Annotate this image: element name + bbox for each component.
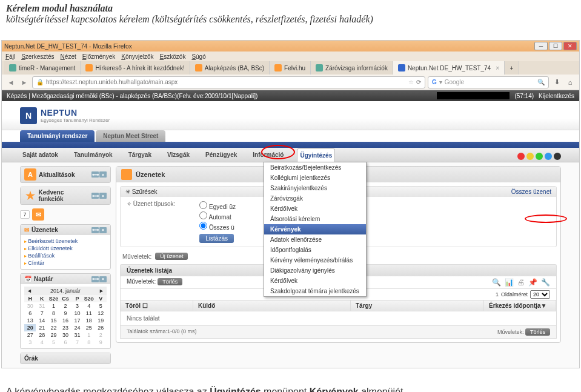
mail-icon[interactable]: ✉ bbox=[32, 208, 44, 221]
menu-bookmarks[interactable]: Könyvjelzők bbox=[121, 53, 153, 60]
minimize-button[interactable]: ─ bbox=[534, 42, 548, 50]
logout-link[interactable]: Kijelentkezés bbox=[539, 93, 574, 99]
dd-kerdoivek2[interactable]: Kérdőívek bbox=[264, 276, 366, 286]
color-dot[interactable] bbox=[545, 153, 552, 160]
cal-day[interactable]: 2 bbox=[59, 302, 71, 310]
dd-idopont[interactable]: Időpontfoglalás bbox=[264, 245, 366, 255]
back-button[interactable]: ◄ bbox=[5, 77, 16, 88]
export-xls-icon[interactable]: 📊 bbox=[505, 278, 514, 287]
pin-icon[interactable]: 📌 bbox=[528, 278, 537, 287]
dd-beiratkozas[interactable]: Beiratkozás/Bejelentkezés bbox=[264, 162, 366, 173]
cal-next-button[interactable]: ► bbox=[99, 288, 104, 294]
url-input[interactable]: 🔒 https://teszt.neptun.unideb.hu/hallgat… bbox=[32, 76, 425, 88]
cal-day[interactable]: 3 bbox=[24, 339, 36, 346]
cal-day[interactable]: 19 bbox=[95, 317, 107, 324]
checkbox-all[interactable]: ☐ bbox=[142, 302, 148, 309]
reload-icon[interactable]: ⟳ bbox=[416, 79, 421, 85]
dd-zarovizsgak[interactable]: Záróvizsgák bbox=[264, 193, 366, 204]
cal-day[interactable]: 31 bbox=[71, 331, 83, 339]
dd-szakirany[interactable]: Szakirányjelentkezés bbox=[264, 183, 366, 193]
cal-day[interactable]: 9 bbox=[95, 339, 107, 346]
browser-tab[interactable]: Záróvizsga információk bbox=[311, 61, 393, 75]
cal-day[interactable]: 16 bbox=[59, 317, 71, 324]
menu-view[interactable]: Nézet bbox=[61, 53, 76, 60]
cal-day[interactable]: 30 bbox=[24, 302, 36, 310]
radio-egyedi[interactable]: Egyedi üz bbox=[199, 201, 236, 211]
cal-day[interactable]: 6 bbox=[24, 310, 36, 317]
cal-day[interactable]: 20 bbox=[24, 324, 36, 331]
search-input[interactable]: G▾ Google 🔍 bbox=[428, 76, 549, 88]
bookmark-star-icon[interactable]: ☆ bbox=[408, 79, 414, 85]
link-beallitasok[interactable]: Beállítások bbox=[24, 252, 107, 259]
maximize-button[interactable]: ☐ bbox=[549, 42, 562, 50]
delete-button[interactable]: Törlés bbox=[158, 278, 182, 285]
color-dot[interactable] bbox=[554, 153, 561, 160]
cal-day[interactable]: 31 bbox=[36, 302, 47, 310]
search-icon[interactable]: 🔍 bbox=[537, 79, 545, 85]
menu-help[interactable]: Súgó bbox=[191, 53, 205, 60]
link-elkuldott[interactable]: Elküldött üzenetek bbox=[24, 245, 107, 252]
download-button[interactable]: ⬇ bbox=[551, 77, 562, 88]
menu-ugyintezes[interactable]: Ügyintézés bbox=[297, 148, 335, 162]
link-beerkezett[interactable]: Beérkezett üzenetek bbox=[24, 238, 107, 245]
menu-sajat-adatok[interactable]: Saját adatok bbox=[20, 148, 61, 161]
dd-szakdolgozat[interactable]: Szakdolgozat témára jelentkezés bbox=[264, 286, 366, 296]
cal-day[interactable]: 14 bbox=[36, 317, 47, 324]
menu-file[interactable]: Fájl bbox=[5, 53, 15, 60]
cal-day[interactable]: 25 bbox=[83, 324, 95, 331]
close-button[interactable]: ✕ bbox=[563, 42, 577, 50]
tab-meetstreet[interactable]: Neptun Meet Street bbox=[96, 130, 165, 142]
collapse-icon[interactable]: ⟷ bbox=[91, 193, 99, 199]
all-messages-link[interactable]: Összes üzenet bbox=[511, 188, 551, 195]
menu-tools[interactable]: Eszközök bbox=[160, 53, 186, 60]
cal-day[interactable]: 12 bbox=[95, 310, 107, 317]
browser-tab[interactable]: Felvi.hu bbox=[270, 61, 311, 75]
sort-icon[interactable]: ▼ bbox=[541, 302, 547, 309]
col-date[interactable]: Érkezés időpontja bbox=[489, 302, 541, 309]
color-dot[interactable] bbox=[536, 153, 543, 160]
cal-prev-button[interactable]: ◄ bbox=[27, 288, 32, 294]
search-icon[interactable]: 🔍 bbox=[492, 278, 501, 287]
menu-history[interactable]: Előzmények bbox=[82, 53, 115, 60]
close-icon[interactable]: × bbox=[99, 193, 107, 199]
dd-kervenyek[interactable]: Kérvények bbox=[264, 224, 366, 234]
cal-day[interactable]: 9 bbox=[59, 310, 71, 317]
close-icon[interactable]: × bbox=[99, 227, 107, 233]
close-icon[interactable]: × bbox=[99, 171, 107, 178]
cal-day[interactable]: 11 bbox=[83, 310, 95, 317]
color-dot[interactable] bbox=[526, 153, 534, 160]
radio-osszes[interactable]: Összes ü bbox=[199, 221, 236, 231]
cal-day[interactable]: 10 bbox=[71, 310, 83, 317]
browser-tab[interactable]: timeR - Management bbox=[4, 61, 81, 75]
menu-vizsgak[interactable]: Vizsgák bbox=[165, 148, 192, 161]
cal-day[interactable]: 22 bbox=[48, 324, 59, 331]
dd-velemenyezes[interactable]: Kérvény véleményezés/bírálás bbox=[264, 255, 366, 265]
cal-day[interactable]: 24 bbox=[71, 324, 83, 331]
cal-day[interactable]: 15 bbox=[48, 317, 59, 324]
settings-icon[interactable]: 🔧 bbox=[541, 278, 550, 287]
dd-atsorolasi[interactable]: Átsorolási kérelem bbox=[264, 214, 366, 224]
cal-day[interactable]: 8 bbox=[83, 339, 95, 346]
cal-day[interactable]: 13 bbox=[24, 317, 36, 324]
cal-day[interactable]: 2 bbox=[95, 331, 107, 339]
close-tab-icon[interactable]: × bbox=[496, 65, 499, 71]
cal-day[interactable]: 7 bbox=[36, 310, 47, 317]
radio-automat[interactable]: Automat bbox=[199, 211, 236, 221]
cal-day[interactable]: 7 bbox=[71, 339, 83, 346]
cal-day[interactable]: 1 bbox=[48, 302, 59, 310]
dd-adatok[interactable]: Adatok ellenőrzése bbox=[264, 234, 366, 245]
cal-day[interactable]: 5 bbox=[48, 339, 59, 346]
menu-targyak[interactable]: Tárgyak bbox=[126, 148, 154, 161]
dd-diakigazolvany[interactable]: Diákigazolvány igénylés bbox=[264, 265, 366, 276]
print-icon[interactable]: 🖨 bbox=[517, 278, 525, 287]
col-sender[interactable]: Küldő bbox=[193, 301, 351, 311]
new-message-button[interactable]: Új üzenet bbox=[155, 253, 188, 260]
collapse-icon[interactable]: ⟷ bbox=[91, 171, 99, 178]
color-dot[interactable] bbox=[517, 153, 525, 160]
menu-tanulmanyok[interactable]: Tanulmányok bbox=[71, 148, 115, 161]
page-number[interactable]: 1 bbox=[496, 291, 499, 297]
collapse-icon[interactable]: ⟷ bbox=[91, 227, 99, 233]
cal-day[interactable]: 27 bbox=[24, 331, 36, 339]
col-subject[interactable]: Tárgy bbox=[351, 301, 484, 311]
menu-penzugyek[interactable]: Pénzügyek bbox=[203, 148, 239, 161]
